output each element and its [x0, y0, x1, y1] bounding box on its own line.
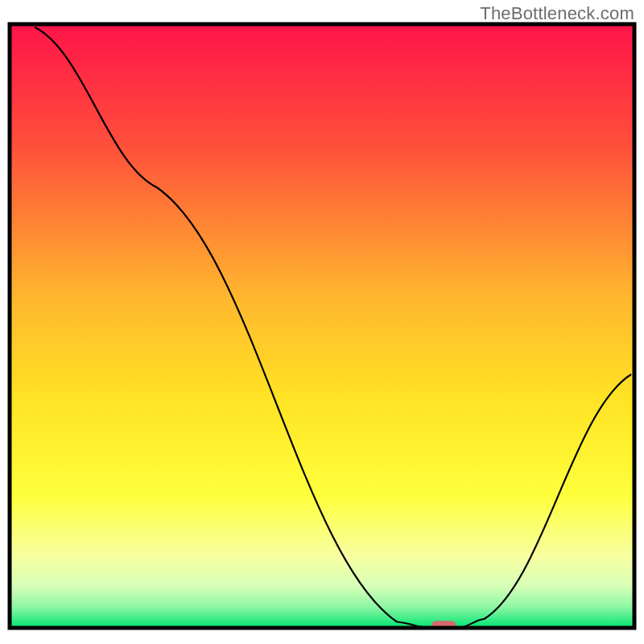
watermark-label: TheBottleneck.com [480, 3, 634, 24]
chart-canvas [0, 0, 644, 644]
plot-area [10, 24, 634, 631]
bottleneck-chart: TheBottleneck.com [0, 0, 644, 644]
